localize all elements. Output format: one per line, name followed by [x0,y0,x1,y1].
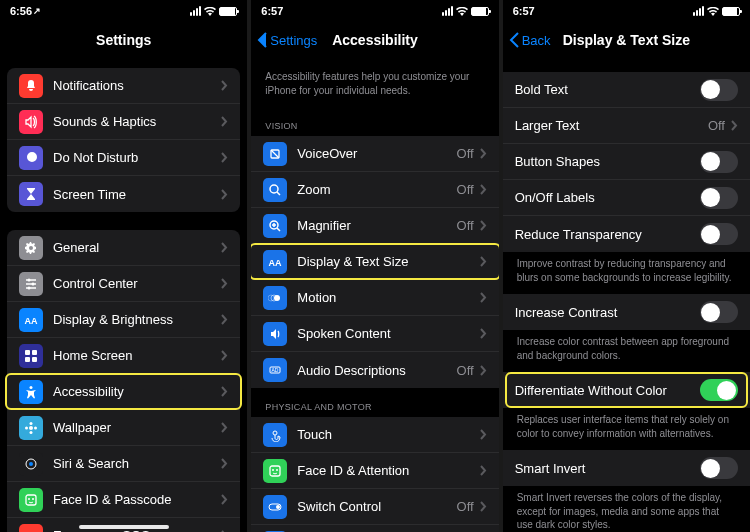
chevron-right-icon [480,148,487,159]
row-magnifier[interactable]: MagnifierOff [251,208,498,244]
row-face-id-attention[interactable]: Face ID & Attention [251,453,498,489]
row-label: Zoom [297,182,456,197]
row-button-shapes[interactable]: Button Shapes [503,144,750,180]
zoom-icon [263,178,287,202]
row-do-not-disturb[interactable]: Do Not Disturb [7,140,240,176]
aa-icon: AA [19,308,43,332]
toggle-switch[interactable] [700,187,738,209]
row-screen-time[interactable]: Screen Time [7,176,240,212]
row-spoken-content[interactable]: Spoken Content [251,316,498,352]
back-button[interactable]: Settings [257,32,317,48]
row-label: Notifications [53,78,221,93]
svg-rect-34 [270,466,280,476]
nav-bar: Settings [0,22,247,58]
row-label: VoiceOver [297,146,456,161]
row-home-screen[interactable]: Home Screen [7,338,240,374]
svg-rect-5 [32,350,37,355]
toggle-switch[interactable] [700,151,738,173]
row-face-id-passcode[interactable]: Face ID & Passcode [7,482,240,518]
row-notifications[interactable]: Notifications [7,68,240,104]
row-voiceover[interactable]: VoiceOverOff [251,136,498,172]
moon-icon [19,146,43,170]
touch-icon [263,423,287,447]
status-bar: 6:56 ↗ [0,0,247,22]
row-value: Off [457,499,474,514]
row-label: Bold Text [515,82,700,97]
row-zoom[interactable]: ZoomOff [251,172,498,208]
row-on-off-labels[interactable]: On/Off Labels [503,180,750,216]
row-general[interactable]: General [7,230,240,266]
toggle-switch[interactable] [700,79,738,101]
row-audio-descriptions[interactable]: ADAudio DescriptionsOff [251,352,498,388]
svg-point-38 [276,505,280,509]
signal-icon [190,6,201,16]
row-wallpaper[interactable]: Wallpaper [7,410,240,446]
row-bold-text[interactable]: Bold Text [503,72,750,108]
access-icon [19,380,43,404]
battery-icon [471,7,489,16]
row-label: General [53,240,221,255]
row-differentiate-without-color[interactable]: Differentiate Without Color [503,372,750,408]
svg-point-8 [30,386,33,389]
row-label: Home Screen [53,348,221,363]
row-larger-text[interactable]: Larger TextOff [503,108,750,144]
row-label: Audio Descriptions [297,363,456,378]
sliders-icon [19,272,43,296]
row-display-text-size[interactable]: AADisplay & Text Size [251,244,498,280]
wifi-icon [204,7,216,16]
row-switch-control[interactable]: Switch ControlOff [251,489,498,525]
row-sounds-haptics[interactable]: Sounds & Haptics [7,104,240,140]
svg-point-1 [32,282,35,285]
row-display-brightness[interactable]: AADisplay & Brightness [7,302,240,338]
row-reduce-transparency[interactable]: Reduce Transparency [503,216,750,252]
row-label: Spoken Content [297,326,479,341]
accessibility-screen: 6:57 Settings Accessibility Accessibilit… [251,0,498,532]
sos-icon: SOS [19,524,43,533]
nav-bar: Back Display & Text Size [503,22,750,58]
toggle-switch[interactable] [700,457,738,479]
switch-icon [263,495,287,519]
chevron-right-icon [221,80,228,91]
svg-rect-6 [25,357,30,362]
toggle-switch[interactable] [700,301,738,323]
chevron-right-icon [480,292,487,303]
row-label: Wallpaper [53,420,221,435]
home-indicator[interactable] [79,525,169,529]
svg-point-10 [30,422,33,425]
row-label: Increase Contrast [515,305,700,320]
vo-icon [263,142,287,166]
status-bar: 6:57 [503,0,750,22]
row-label: On/Off Labels [515,190,700,205]
status-time: 6:57 [261,5,283,17]
row-voice-control[interactable]: Voice ControlOff [251,525,498,532]
wifi-icon [707,7,719,16]
row-touch[interactable]: Touch [251,417,498,453]
chevron-right-icon [480,256,487,267]
status-time: 6:57 [513,5,535,17]
row-control-center[interactable]: Control Center [7,266,240,302]
row-smart-invert[interactable]: Smart Invert [503,450,750,486]
status-bar: 6:57 [251,0,498,22]
chevron-right-icon [480,365,487,376]
speak-icon [263,322,287,346]
chevron-right-icon [480,184,487,195]
row-label: Button Shapes [515,154,700,169]
row-accessibility[interactable]: Accessibility [7,374,240,410]
signal-icon [442,6,453,16]
intro-text: Accessibility features help you customiz… [251,58,498,107]
siri-icon [19,452,43,476]
row-increase-contrast[interactable]: Increase Contrast [503,294,750,330]
chevron-right-icon [480,465,487,476]
face-icon [19,488,43,512]
toggle-switch[interactable] [700,223,738,245]
row-motion[interactable]: Motion [251,280,498,316]
battery-icon [722,7,740,16]
back-label: Settings [270,33,317,48]
back-button[interactable]: Back [509,32,551,48]
chevron-left-icon [257,32,268,48]
row-siri-search[interactable]: Siri & Search [7,446,240,482]
svg-text:AA: AA [25,316,38,326]
toggle-switch[interactable] [700,379,738,401]
display-text-size-screen: 6:57 Back Display & Text Size Bold TextL… [503,0,750,532]
helper-text: Replaces user interface items that rely … [503,408,750,450]
